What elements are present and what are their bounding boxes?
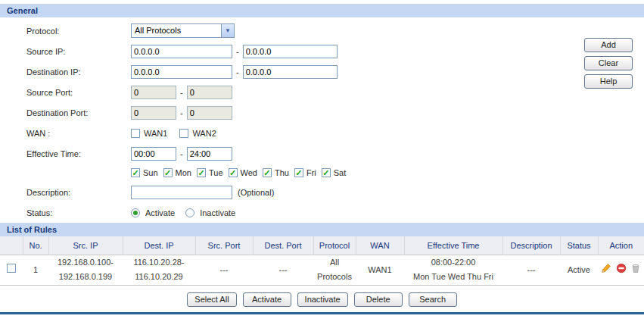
table-row: 1 192.168.0.100- 192.168.0.199 116.10.20…	[0, 255, 644, 285]
day-sun: Sun	[131, 168, 163, 177]
select-all-button[interactable]: Select All	[187, 292, 236, 307]
header-action: Action	[598, 236, 644, 255]
wan-row: WAN : WAN1 WAN2	[26, 123, 644, 143]
clear-button[interactable]: Clear	[584, 56, 633, 70]
cell-action	[598, 255, 644, 285]
cell-effective-time: 08:00-22:00 Mon Tue Wed Thu Fri	[404, 255, 502, 285]
header-description: Description	[502, 236, 560, 255]
general-section-header: General	[0, 4, 644, 17]
tue-checkbox[interactable]	[197, 168, 206, 177]
activate-button[interactable]: Activate	[243, 292, 291, 307]
range-dash: -	[236, 67, 239, 77]
thu-checkbox-label: Thu	[275, 168, 289, 177]
destination-port-to-input	[187, 106, 232, 120]
range-dash: -	[180, 149, 183, 158]
day-fri: Fri	[294, 168, 322, 177]
day-tue: Tue	[197, 168, 229, 177]
wan2-checkbox[interactable]	[179, 129, 188, 138]
description-input[interactable]	[131, 186, 232, 199]
source-port-row: Source Port: -	[26, 82, 644, 102]
cell-dest-ip: 116.10.20.28- 116.10.20.29	[123, 255, 195, 285]
protocol-line1: All	[313, 255, 356, 270]
status-activate-label: Activate	[145, 208, 175, 217]
sat-checkbox-label: Sat	[334, 168, 347, 177]
wan1-checkbox[interactable]	[131, 129, 140, 138]
inactivate-button[interactable]: Inactivate	[297, 292, 348, 307]
status-inactivate-label: Inactivate	[200, 208, 235, 217]
effective-time-row: Effective Time: -	[26, 143, 644, 164]
effective-time-label: Effective Time:	[26, 149, 131, 158]
status-inactivate-radio[interactable]	[185, 208, 194, 217]
search-button[interactable]: Search	[409, 292, 457, 307]
help-button[interactable]: Help	[584, 74, 633, 89]
source-ip-from-input[interactable]	[131, 45, 232, 58]
cell-status: Active	[560, 255, 598, 285]
source-ip-to-input[interactable]	[243, 45, 338, 58]
day-thu: Thu	[263, 168, 294, 177]
rules-section-title: List of Rules	[7, 225, 57, 234]
status-activate-radio[interactable]	[131, 208, 140, 217]
header-effective-time: Effective Time	[404, 236, 502, 255]
header-protocol: Protocol	[313, 236, 356, 255]
edit-icon[interactable]	[601, 263, 611, 277]
protocol-label: Protocol:	[26, 27, 131, 36]
header-wan: WAN	[356, 236, 404, 255]
destination-port-row: Destination Port: -	[26, 102, 644, 123]
wan-label: WAN :	[26, 129, 131, 138]
thu-checkbox[interactable]	[263, 168, 272, 177]
rules-section-header: List of Rules	[0, 223, 644, 236]
src-ip-line2: 192.168.0.199	[48, 270, 123, 284]
range-dash: -	[180, 108, 183, 117]
sat-checkbox[interactable]	[322, 168, 331, 177]
tue-checkbox-label: Tue	[209, 168, 223, 177]
cell-wan: WAN1	[356, 255, 404, 285]
fri-checkbox[interactable]	[294, 168, 303, 177]
row-select-checkbox[interactable]	[7, 264, 16, 273]
side-button-group: Add Clear Help	[584, 38, 633, 89]
description-row: Description: (Optional)	[26, 182, 644, 202]
destination-port-label: Destination Port:	[26, 108, 131, 117]
source-port-from-input	[131, 86, 176, 99]
header-dest-ip: Dest. IP	[123, 236, 195, 255]
effective-time-to-input[interactable]	[187, 147, 232, 161]
dest-ip-line2: 116.10.20.29	[123, 270, 195, 284]
status-label: Status:	[26, 208, 131, 217]
src-ip-line1: 192.168.0.100-	[48, 255, 123, 270]
source-port-label: Source Port:	[26, 88, 131, 97]
fri-checkbox-label: Fri	[306, 168, 316, 177]
delete-button[interactable]: Delete	[354, 292, 403, 307]
destination-ip-to-input[interactable]	[243, 65, 338, 79]
mon-checkbox[interactable]	[163, 168, 173, 177]
cell-dest-port: ---	[253, 255, 313, 285]
dest-ip-line1: 116.10.20.28-	[123, 255, 195, 270]
general-section-title: General	[7, 6, 38, 15]
header-src-port: Src. Port	[195, 236, 253, 255]
wed-checkbox-label: Wed	[241, 168, 257, 177]
destination-ip-from-input[interactable]	[131, 65, 232, 79]
wed-checkbox[interactable]	[229, 168, 238, 177]
destination-ip-label: Destination IP:	[26, 67, 131, 77]
source-ip-row: Source IP: -	[26, 41, 644, 61]
header-src-ip: Src. IP	[48, 236, 123, 255]
rules-table-header-row: No. Src. IP Dest. IP Src. Port Dest. Por…	[0, 236, 644, 255]
range-dash: -	[236, 47, 239, 56]
cell-no: 1	[23, 255, 48, 285]
source-ip-label: Source IP:	[26, 47, 131, 56]
day-sat: Sat	[322, 168, 352, 177]
protocol-select[interactable]: All Protocols ▼	[131, 23, 235, 38]
block-icon[interactable]	[616, 263, 627, 277]
header-dest-port: Dest. Port	[253, 236, 313, 255]
protocol-row: Protocol: All Protocols ▼	[26, 20, 644, 41]
chevron-down-icon[interactable]: ▼	[221, 24, 234, 37]
sun-checkbox[interactable]	[131, 168, 140, 177]
protocol-line2: Protocols	[313, 270, 356, 284]
bottom-divider	[0, 312, 644, 314]
delete-icon[interactable]	[630, 263, 641, 277]
range-dash: -	[180, 88, 183, 97]
header-status: Status	[560, 236, 598, 255]
header-no: No.	[23, 236, 48, 255]
effective-time-from-input[interactable]	[131, 147, 176, 161]
effective-time-line2: Mon Tue Wed Thu Fri	[404, 270, 502, 284]
add-button[interactable]: Add	[584, 38, 633, 52]
day-wed: Wed	[229, 168, 263, 177]
